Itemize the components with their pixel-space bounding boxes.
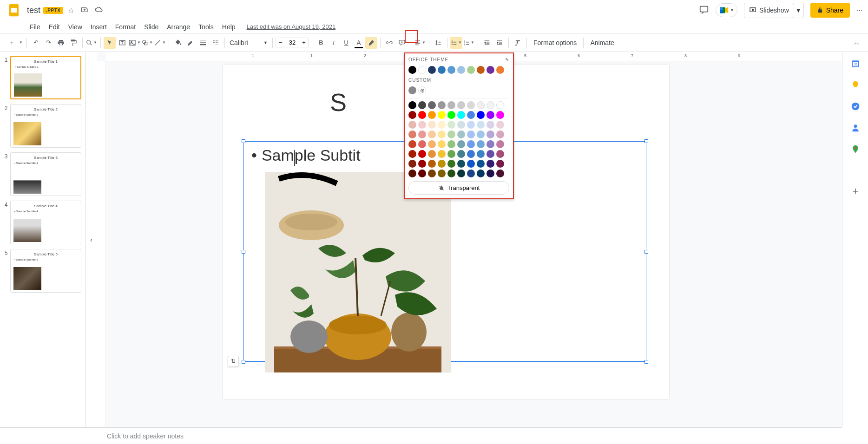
color-swatch[interactable] <box>428 131 436 138</box>
color-swatch[interactable] <box>496 111 504 119</box>
underline-button[interactable]: U <box>340 37 352 49</box>
resize-handle[interactable] <box>242 139 245 143</box>
edit-theme-icon[interactable]: ✎ <box>505 57 509 62</box>
color-swatch[interactable] <box>408 150 416 158</box>
color-swatch[interactable] <box>408 121 416 129</box>
color-swatch[interactable] <box>467 170 475 177</box>
account-menu-icon[interactable]: ⋯ <box>856 7 862 14</box>
italic-button[interactable]: I <box>328 37 340 49</box>
slide-thumbnail-4[interactable]: Sample Title 4 • Sample Subtitle 4 <box>10 201 81 244</box>
border-dash-button[interactable] <box>210 37 222 49</box>
color-swatch[interactable] <box>496 101 504 109</box>
color-swatch[interactable] <box>428 101 436 109</box>
color-swatch[interactable] <box>487 101 494 109</box>
align-button[interactable]: ▼ <box>414 37 426 49</box>
color-swatch[interactable] <box>408 160 416 168</box>
color-swatch[interactable] <box>418 140 426 148</box>
color-swatch[interactable] <box>457 140 465 148</box>
color-swatch[interactable] <box>428 150 436 158</box>
contacts-icon[interactable] <box>850 123 861 133</box>
color-swatch[interactable] <box>408 140 416 148</box>
comment-button[interactable] <box>396 37 408 49</box>
slide-thumbnail-3[interactable]: Sample Title 3 • Sample Subtitle 3 <box>10 152 81 196</box>
comments-icon[interactable] <box>699 5 709 16</box>
move-icon[interactable] <box>79 4 90 17</box>
color-swatch[interactable] <box>428 160 436 168</box>
maps-icon[interactable] <box>850 144 861 154</box>
color-swatch[interactable] <box>428 140 436 148</box>
font-size-decrease[interactable]: − <box>276 38 285 47</box>
add-addon-icon[interactable]: ＋ <box>850 186 861 196</box>
border-color-button[interactable] <box>184 37 197 49</box>
menu-arrange[interactable]: Arrange <box>163 21 194 33</box>
color-swatch[interactable] <box>438 140 446 148</box>
color-swatch[interactable] <box>487 140 494 148</box>
color-swatch[interactable] <box>438 111 446 119</box>
color-swatch[interactable] <box>467 101 475 109</box>
slide-thumbnail-2[interactable]: Sample Title 2 • Sample Subtitle 2 <box>10 104 81 148</box>
image-tool[interactable]: ▼ <box>129 37 141 49</box>
color-swatch[interactable] <box>418 111 426 119</box>
menu-format[interactable]: Format <box>112 21 139 33</box>
color-swatch[interactable] <box>408 86 416 94</box>
color-swatch[interactable] <box>467 131 475 138</box>
color-swatch[interactable] <box>438 121 446 129</box>
color-swatch[interactable] <box>477 150 485 158</box>
cloud-status-icon[interactable] <box>93 4 105 16</box>
color-swatch[interactable] <box>457 150 465 158</box>
color-swatch[interactable] <box>447 140 455 148</box>
color-swatch[interactable] <box>496 150 504 158</box>
color-swatch[interactable] <box>457 170 465 177</box>
line-spacing-button[interactable] <box>432 37 444 49</box>
color-swatch[interactable] <box>467 66 475 74</box>
slideshow-dropdown[interactable]: ▼ <box>794 3 804 18</box>
select-tool[interactable] <box>104 37 116 49</box>
resize-handle[interactable] <box>644 250 648 254</box>
highlight-color-button[interactable] <box>365 37 377 49</box>
color-swatch[interactable] <box>428 170 436 177</box>
color-swatch[interactable] <box>467 160 475 168</box>
color-swatch[interactable] <box>457 111 465 119</box>
filmstrip-collapse[interactable]: ‹ <box>85 52 97 427</box>
animate-button[interactable]: Animate <box>586 37 618 48</box>
color-swatch[interactable] <box>467 111 475 119</box>
color-swatch[interactable] <box>477 160 485 168</box>
slide-thumbnail-1[interactable]: Sample Title 1 • Sample Subtitle 1 <box>10 56 81 99</box>
color-swatch[interactable] <box>408 111 416 119</box>
color-swatch[interactable] <box>418 121 426 129</box>
tasks-icon[interactable] <box>850 101 861 111</box>
color-swatch[interactable] <box>487 170 494 177</box>
color-swatch[interactable] <box>447 121 455 129</box>
text-color-button[interactable]: A <box>353 37 365 49</box>
color-swatch[interactable] <box>418 170 426 177</box>
slide-thumbnail-5[interactable]: Sample Title 5 • Sample Subtitle 5 <box>10 249 81 293</box>
print-button[interactable] <box>55 37 67 49</box>
speaker-notes[interactable]: Click to add speaker notes <box>0 427 842 444</box>
color-swatch[interactable] <box>477 140 485 148</box>
color-swatch[interactable] <box>467 150 475 158</box>
color-swatch[interactable] <box>447 170 455 177</box>
color-swatch[interactable] <box>418 160 426 168</box>
color-swatch[interactable] <box>418 150 426 158</box>
menu-file[interactable]: File <box>26 21 44 33</box>
color-swatch[interactable] <box>496 66 504 74</box>
color-swatch[interactable] <box>487 131 494 138</box>
color-swatch[interactable] <box>428 111 436 119</box>
toolbar-collapse-button[interactable]: ︿ <box>850 37 862 49</box>
menu-view[interactable]: View <box>65 21 86 33</box>
resize-handle[interactable] <box>242 250 245 254</box>
color-swatch[interactable] <box>467 140 475 148</box>
color-swatch[interactable] <box>438 160 446 168</box>
new-slide-button[interactable]: ＋ <box>6 37 18 49</box>
font-size-input[interactable] <box>285 39 299 46</box>
star-icon[interactable]: ☆ <box>66 4 76 17</box>
color-swatch[interactable] <box>428 66 436 74</box>
color-swatch[interactable] <box>428 121 436 129</box>
color-swatch[interactable] <box>438 150 446 158</box>
resize-handle[interactable] <box>644 360 648 364</box>
color-swatch[interactable] <box>477 66 485 74</box>
color-swatch[interactable] <box>457 160 465 168</box>
shape-tool[interactable]: ▼ <box>141 37 153 49</box>
share-button[interactable]: Share <box>810 3 850 18</box>
menu-slide[interactable]: Slide <box>140 21 162 33</box>
